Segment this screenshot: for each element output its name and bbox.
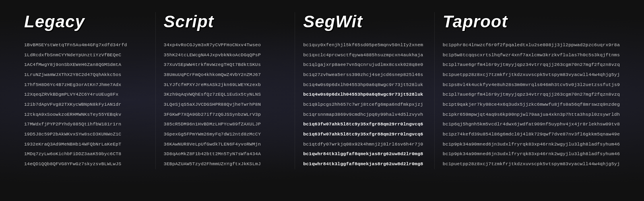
address-item[interactable]: bc1q27zvhwea5erss390zhcj4sejcd6snep825l4…: [303, 70, 426, 80]
address-item[interactable]: bc1pt9qakjer7ky08ce4x6q3udx5jjzkc6mwwfu8…: [443, 100, 620, 110]
address-item[interactable]: bc1puetpp28z8xcj7tzmkfrjtkdzxuvscpk5vtsp…: [443, 159, 620, 169]
address-item[interactable]: bc1pphr8c4lnwzcf6r0f2fpqaledtxlu2se808jj…: [443, 40, 620, 50]
column-script: Script34xp4vRoCGJym3xR7yCVPFHoCNxv4Twseo…: [156, 12, 295, 169]
address-item[interactable]: 3LYJfcfHPXYJreMsASk2jkn69LWEYKzexb: [164, 80, 287, 90]
address-item[interactable]: bc1q9lpcgs2hh657c7wrj8tcefg6mpa6ndfmkpxj…: [303, 100, 426, 110]
address-item[interactable]: bc1pl7aue6grfm4l6r9yjtmyyjqpz34vtrrqqjj2…: [443, 90, 620, 100]
column-taproot: Taprootbc1pphr8c4lnwzcf6r0f2fpqaledtxlu2…: [435, 12, 628, 169]
address-item[interactable]: bc1qlgajxrp8aee7vn5qcnrujudlmx8csxk028q8…: [303, 60, 426, 70]
address-item[interactable]: 3GpexGg5FPmYWm26myFq7dW12ntd8zMcCY: [164, 129, 287, 139]
address-item[interactable]: 36KAwNUR8VeLpUfGwdk7LEN6F4yvoRWMjn: [164, 139, 287, 150]
address-item[interactable]: 12tkqA9xSoowkzoERHMWNKsTey55YEBqkv: [24, 110, 147, 120]
address-item[interactable]: 3EBpAZUAW5Tzyd2FhmmUZnYgftxJkKSLmJ: [164, 159, 287, 169]
address-item[interactable]: bc1pl7aue6grfm4l6r9yjtmyyjqpz34vtrrqqjj2…: [443, 60, 620, 70]
address-item[interactable]: bc1qwhr84tk3lggfaf8qmekjas8rg62uw8d2lr0m…: [303, 149, 426, 159]
address-item[interactable]: 35hK24tcLEWcgNA4JxpvbkNkoAcDGqQPsP: [164, 50, 287, 60]
address-item[interactable]: bc1qxclc4prcwsctfqywa4885hsuzmpcxn4aukha…: [303, 50, 426, 60]
column-legacy: Legacy1BvBMSEYstWetqTFn5Au4m4GFg7xdfd34r…: [16, 12, 156, 169]
address-item[interactable]: bc1quy0xfenjhjl5kf65sd05pe5mqnv50nlIyžxn…: [303, 40, 426, 50]
address-item[interactable]: bc1q63fw07ahk5l8tc9y35xfgr88qm29rr0lngvc…: [303, 119, 426, 129]
address-item[interactable]: bc1pkr659mpwjqt4aq9s6kp90npjwl79aajua4xk…: [443, 110, 620, 120]
address-item[interactable]: bc1q4w0s0p6dxlh04553hp0a6q8wgc9r73jt528l…: [303, 90, 426, 100]
script-address-list: 34xp4vRoCGJym3xR7yCVPFHoCNxv4Twseo35hK24…: [164, 40, 287, 169]
address-item[interactable]: 3LQeSjqS5aXJVCDGSHPR88QvjheTwrhP8N: [164, 100, 287, 110]
script-title: Script: [164, 12, 287, 31]
address-item[interactable]: 1MDq7zyLw6oKichbFiDDZ3aaK59byc6CT8: [24, 149, 147, 159]
address-item[interactable]: bc1p6qj5hgnh5km5vcdlr4dwx6jwdfat909nf5uy…: [443, 119, 620, 129]
segwit-title: SegWit: [303, 12, 426, 31]
address-item[interactable]: 1AC4fMwgY8j9onSbXEWeH6Zan8QGMSdmtA: [24, 60, 147, 70]
address-item[interactable]: bc1p9pk34a90mned6jn3udxlfryrqk83xp46rnk2…: [443, 149, 620, 159]
address-item[interactable]: bc1p5w8tcqqscxrtslhqfwzr4xnf7axlcmw3krzk…: [443, 50, 620, 60]
address-item[interactable]: 19D5J8c59P2bAkWKvxSYw8scD3KUNWoZ1C: [24, 129, 147, 139]
address-item[interactable]: 17hf5H8D6Yc4B7zHEg3orAtKn7Jhme7Adx: [24, 80, 147, 90]
address-item[interactable]: 12ib7dApVFvg82TXKycWBNpN8kFyiAN1dr: [24, 100, 147, 110]
legacy-title: Legacy: [24, 12, 147, 31]
address-item[interactable]: bc1pz74kefd39u854l86g6mdcl0j4l8k729qwf7d…: [443, 129, 620, 139]
address-item[interactable]: 1932eKraQ3Ad9MeNBHb14WFQbNrLaKeEpT: [24, 139, 147, 150]
segwit-address-list: bc1quy0xfenjhjl5kf65sd05pe5mqnv50nlIyžxn…: [303, 40, 426, 169]
taproot-address-list: bc1pphr8c4lnwzcf6r0f2fpqaledtxlu2se808jj…: [443, 40, 620, 169]
address-item[interactable]: 3Kzh9qAqVWQhEsfQz7zEQL1EuSx5tyNLNS: [164, 90, 287, 100]
address-item[interactable]: 3FGKwP7XQA9Gb27if7zQGJSSynbzWLrV3p: [164, 110, 287, 120]
address-item[interactable]: bc1qrsnnmap3869v9cmdhcjpq6y99halv4d5lzvy…: [303, 110, 426, 120]
address-item[interactable]: bc1q63fw07ahk5l8tc9y35xfgr88qm29rr0lngvc…: [303, 129, 426, 139]
address-item[interactable]: 1LdRcdxfbSnmCYYNdeYpUnztiYzVfBEQeC: [24, 50, 147, 60]
address-item[interactable]: bc1ps8vl4k4uckfyv4e8uh28s3m0mvrqls046mh3…: [443, 80, 620, 90]
address-item[interactable]: bc1q4w0s0p6dxlh04553hp0a6q8wgc9r73jt528l…: [303, 80, 426, 90]
address-item[interactable]: 385cR5DM96n1HvBDMzLHPYcw89fZAXULJP: [164, 119, 287, 129]
taproot-title: Taproot: [443, 12, 620, 31]
address-item[interactable]: bc1qwhr84tk3lggfaf8qmekjas8rg62uw8d2lr0m…: [303, 159, 426, 169]
address-item[interactable]: 38UmuUqPCrFmQo4khkomQwZ4VbY2nZMJ67: [164, 70, 287, 80]
address-item[interactable]: 14eQD1QQb8QFVG8YFwGz7skyzsvBLWLwJS: [24, 159, 147, 169]
address-item[interactable]: bc1puetpp28z8xcj7tzmkfrjtkdzxuvscpk5vtsp…: [443, 70, 620, 80]
address-item[interactable]: 1BvBMSEYstWetqTFn5Au4m4GFg7xdfd34rfd: [24, 40, 147, 50]
address-item[interactable]: 3D8qAoMkZ8F1b42btt2Mn5TyN7sWfa434A: [164, 149, 287, 159]
column-segwit: SegWitbc1quy0xfenjhjl5kf65sd05pe5mqnv50n…: [295, 12, 435, 169]
legacy-address-list: 1BvBMSEYstWetqTFn5Au4m4GFg7xdfd34rfd1LdR…: [24, 40, 147, 169]
address-item[interactable]: 12XqeqZRVkBDgmPLVY4ZC6Y4ruUEug8Fx: [24, 90, 147, 100]
address-item[interactable]: 37XuVSEpWW4trkfmvWzegTHQt7BdktSKUs: [164, 60, 287, 70]
address-item[interactable]: 34xp4vRoCGJym3xR7yCVPFHoCNxv4Twseo: [164, 40, 287, 50]
address-item[interactable]: 1LruNZjwamWJXThX2Y8C2d47QqhAkkc5os: [24, 70, 147, 80]
main-container: Legacy1BvBMSEYstWetqTFn5Au4m4GFg7xdfd34r…: [0, 0, 644, 181]
address-item[interactable]: 17MWdxfjPYP2PYhdy885QtihfbW181r1rn: [24, 119, 147, 129]
address-item[interactable]: bc1p9pk34a90mned6jn3udxlfryrqk83xp46rnk2…: [443, 139, 620, 150]
address-item[interactable]: bc1qtdfy07wrkjq08x92k4hmnj2j8lrl6sv6h4r7…: [303, 139, 426, 150]
